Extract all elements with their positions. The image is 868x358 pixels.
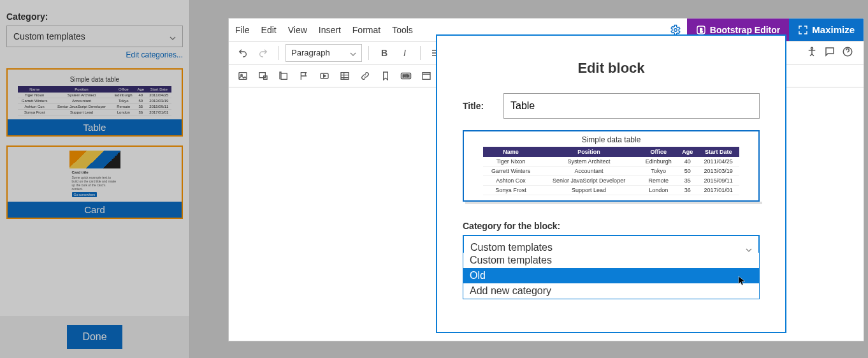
- window-icon[interactable]: [417, 67, 435, 85]
- menu-edit[interactable]: Edit: [261, 25, 277, 35]
- table-cell: 2013/03/19: [697, 167, 739, 176]
- dropdown-option[interactable]: Add new category: [463, 283, 759, 299]
- table-cell: 36: [135, 110, 147, 116]
- menu-tools[interactable]: Tools: [392, 25, 413, 35]
- table-cell: London: [112, 110, 135, 116]
- table-cell: Senior JavaScript Developer: [51, 104, 112, 110]
- comment-icon[interactable]: [824, 46, 835, 59]
- title-input[interactable]: [503, 93, 760, 119]
- undo-icon[interactable]: [234, 44, 252, 62]
- mouse-cursor-icon: [738, 276, 748, 286]
- table-cell: 2013/03/19: [147, 98, 171, 104]
- table-cell: Remote: [639, 176, 677, 186]
- table-cell: Sonya Frost: [483, 186, 539, 195]
- table-row: Sonya FrostSupport LeadLondon362017/01/0…: [483, 186, 739, 195]
- table-cell: Sonya Frost: [18, 110, 51, 116]
- table-cell: Tokyo: [112, 98, 135, 104]
- menu-view[interactable]: View: [288, 25, 307, 35]
- table-header: Position: [539, 147, 639, 157]
- image-responsive-icon[interactable]: [254, 67, 272, 85]
- title-label: Title:: [463, 101, 495, 111]
- table-cell: 40: [677, 157, 697, 167]
- category-for-block-label: Category for the block:: [463, 221, 760, 231]
- mini-card-title: Card title: [72, 170, 118, 174]
- category-label: Category:: [6, 11, 183, 22]
- table-cell: 2017/01/01: [697, 186, 739, 195]
- table-cell: Remote: [112, 104, 135, 110]
- table-header: Office: [112, 86, 135, 93]
- table-cell: 50: [677, 167, 697, 176]
- templates-panel: Category: Custom templates Edit categori…: [0, 0, 190, 358]
- italic-icon[interactable]: I: [396, 44, 414, 62]
- help-icon[interactable]: [842, 46, 853, 59]
- table-cell: Ashton Cox: [18, 104, 51, 110]
- table-cell: Edinburgh: [639, 157, 677, 167]
- gallery-icon[interactable]: [275, 67, 293, 85]
- table-cell: Tokyo: [639, 167, 677, 176]
- svg-rect-4: [239, 72, 247, 79]
- table-cell: London: [639, 186, 677, 195]
- table-header: Position: [51, 86, 112, 93]
- table-row: Garrett WintersAccountantTokyo502013/03/…: [483, 167, 739, 176]
- chevron-down-icon: [170, 33, 176, 40]
- svg-text:BTN: BTN: [403, 74, 410, 78]
- link-icon[interactable]: [356, 67, 374, 85]
- table-icon[interactable]: [336, 67, 354, 85]
- table-cell: System Architect: [539, 157, 639, 167]
- table-cell: 2015/09/11: [697, 176, 739, 186]
- menu-insert[interactable]: Insert: [319, 25, 341, 35]
- menu-format[interactable]: Format: [352, 25, 380, 35]
- block-category-value: Custom templates: [470, 242, 553, 253]
- template-item-table[interactable]: Simple data table NamePositionOfficeAgeS…: [6, 68, 183, 137]
- table-cell: 35: [135, 104, 147, 110]
- table-row: Tiger NixonSystem ArchitectEdinburgh4020…: [18, 93, 171, 98]
- mini-card-button: Go somewhere: [72, 192, 98, 197]
- button-icon[interactable]: BTN: [397, 67, 415, 85]
- card-thumb-image: [69, 151, 120, 168]
- done-button[interactable]: Done: [67, 325, 122, 349]
- paragraph-dropdown[interactable]: Paragraph: [286, 44, 362, 62]
- table-cell: Garrett Winters: [483, 167, 539, 176]
- mini-table-title: Simple data table: [18, 76, 171, 83]
- bold-icon[interactable]: B: [375, 44, 393, 62]
- flag-icon[interactable]: [295, 67, 313, 85]
- template-item-card[interactable]: Card title Some quick example text to bu…: [6, 145, 183, 219]
- table-cell: 50: [135, 98, 147, 104]
- category-select-value: Custom templates: [13, 31, 85, 41]
- template-label: Table: [8, 119, 182, 135]
- table-row: Tiger NixonSystem ArchitectEdinburgh4020…: [483, 157, 739, 167]
- table-cell: Accountant: [539, 167, 639, 176]
- svg-rect-13: [423, 72, 430, 79]
- dialog-title: Edit block: [437, 60, 785, 77]
- table-row: Sonya FrostSupport LeadLondon362017/01/0…: [18, 110, 171, 116]
- table-header: Age: [677, 147, 697, 157]
- redo-icon[interactable]: [254, 44, 272, 62]
- menu-file[interactable]: File: [235, 25, 250, 35]
- video-icon[interactable]: [315, 67, 333, 85]
- table-cell: Tiger Nixon: [18, 93, 51, 98]
- table-row: Ashton CoxSenior JavaScript DeveloperRem…: [483, 176, 739, 186]
- mini-table: NamePositionOfficeAgeStart Date Tiger Ni…: [18, 86, 171, 116]
- table-header: Office: [639, 147, 677, 157]
- table-cell: Support Lead: [51, 110, 112, 116]
- edit-categories-link[interactable]: Edit categories...: [126, 50, 183, 59]
- accessibility-icon[interactable]: [806, 46, 818, 59]
- preview-table: NamePositionOfficeAgeStart Date Tiger Ni…: [483, 147, 739, 195]
- table-cell: 2015/09/11: [147, 104, 171, 110]
- bookmark-icon[interactable]: [377, 67, 394, 85]
- table-cell: Tiger Nixon: [483, 157, 539, 167]
- svg-rect-10: [341, 72, 349, 79]
- category-dropdown-list: Custom templatesOldAdd new category: [463, 253, 760, 299]
- dropdown-option[interactable]: Old: [463, 268, 759, 283]
- category-select[interactable]: Custom templates: [6, 26, 183, 47]
- table-cell: Senior JavaScript Developer: [539, 176, 639, 186]
- block-preview: Simple data table NamePositionOfficeAgeS…: [463, 130, 760, 202]
- maximize-button[interactable]: Maximize: [789, 19, 864, 41]
- maximize-label: Maximize: [812, 24, 855, 35]
- image-icon[interactable]: [234, 67, 252, 85]
- table-cell: 36: [677, 186, 697, 195]
- dropdown-option[interactable]: Custom templates: [463, 253, 759, 268]
- table-header: Start Date: [147, 86, 171, 93]
- table-cell: 35: [677, 176, 697, 186]
- table-header: Name: [483, 147, 539, 157]
